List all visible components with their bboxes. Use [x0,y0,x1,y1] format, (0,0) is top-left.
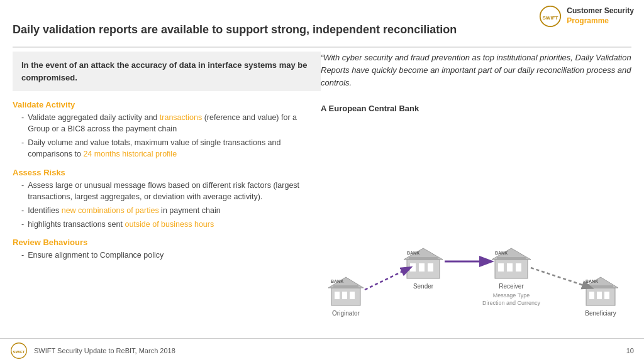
svg-text:BANK: BANK [331,279,343,283]
svg-text:Sender: Sender [413,283,434,290]
footer-text: SWIFT Security Update to ReBIT, March 20… [34,347,620,354]
svg-text:BANK: BANK [407,251,419,255]
svg-rect-11 [410,263,416,272]
arrow-originator-sender [365,268,410,290]
svg-rect-7 [333,285,358,288]
svg-text:Message Type: Message Type [493,292,530,299]
intro-box: In the event of an attack the accuracy o… [13,52,321,91]
review-heading: Review Behaviours [13,238,321,247]
bullet-validate-1: - Validate aggregated daily activity and… [21,112,321,134]
left-panel: In the event of an attack the accuracy o… [13,52,321,337]
svg-rect-33 [588,285,613,288]
svg-rect-3 [335,292,340,299]
svg-rect-30 [597,292,602,299]
highlight-parties: new combinations of parties [62,206,159,215]
assess-bullets: - Assess large or unusual message flows … [21,180,321,231]
bullet-review-1: - Ensure alignment to Compliance policy [21,250,321,261]
validate-heading: Validate Activity [13,100,321,109]
svg-text:Beneficiary: Beneficiary [585,310,616,317]
svg-rect-20 [507,263,513,272]
arrow-receiver-beneficiary [531,268,591,288]
svg-text:BANK: BANK [586,279,598,283]
svg-rect-19 [498,263,504,272]
svg-rect-5 [350,292,355,299]
highlight-business-hours: outside of business hours [125,220,214,229]
svg-rect-13 [428,263,433,272]
title-divider [13,47,631,48]
svg-text:Direction and Currency: Direction and Currency [482,300,541,306]
swift-logo-footer-icon: SWIFT [10,342,28,359]
bank-originator: BANK Originator [328,277,364,317]
assess-heading: Assess Risks [13,168,321,177]
quote-text: “With cyber security and fraud preventio… [321,52,631,115]
svg-rect-29 [589,292,594,299]
bullet-assess-2: - Identifies new combinations of parties… [21,205,321,216]
bank-beneficiary: BANK Beneficiary [583,277,618,317]
svg-rect-31 [604,292,609,299]
validate-bullets: - Validate aggregated daily activity and… [21,112,321,160]
svg-rect-21 [516,263,521,272]
svg-rect-4 [342,292,347,299]
svg-text:Receiver: Receiver [499,283,524,290]
svg-text:SWIFT: SWIFT [543,15,558,21]
footer-page: 10 [626,347,634,354]
bullet-assess-1: - Assess large or unusual message flows … [21,180,321,202]
bank-diagram-svg: BANK Originator BANK Sender [321,211,631,337]
svg-text:Originator: Originator [332,310,360,317]
svg-rect-23 [497,257,526,260]
page-title: Daily validation reports are available t… [13,23,631,37]
review-bullets: - Ensure alignment to Compliance policy [21,250,321,261]
bullet-validate-2: - Daily volume and value totals, maximum… [21,137,321,160]
svg-text:BANK: BANK [495,251,508,255]
highlight-transactions: transactions [160,113,202,122]
bank-attribution: A European Central Bank [321,104,419,113]
highlight-months: 24 months historical profile [83,150,177,158]
bullet-assess-3: - highlights transactions sent outside o… [21,219,321,230]
svg-rect-15 [409,257,438,260]
bank-sender: BANK Sender [404,248,443,290]
bank-diagram: BANK Originator BANK Sender [321,211,631,337]
svg-text:SWIFT: SWIFT [13,349,25,353]
bank-receiver: BANK Receiver Message Type Direction and… [482,248,541,306]
svg-rect-12 [419,263,425,272]
right-panel: “With cyber security and fraud preventio… [321,52,631,337]
footer: SWIFT SWIFT Security Update to ReBIT, Ma… [0,338,644,362]
